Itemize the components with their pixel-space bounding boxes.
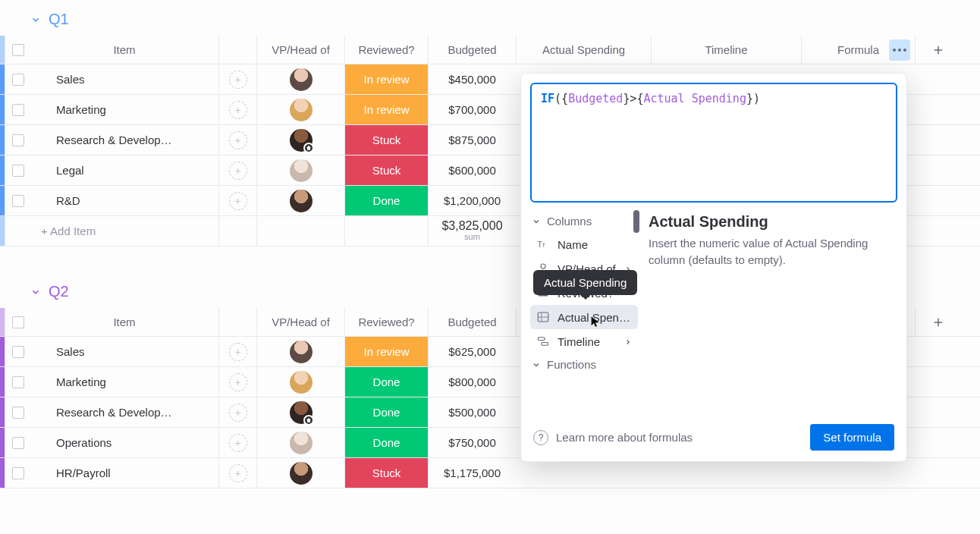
- formula-input[interactable]: IF({Budgeted}>{Actual Spending}): [530, 83, 897, 203]
- row-checkbox[interactable]: [5, 367, 30, 397]
- vp-cell[interactable]: [256, 428, 344, 457]
- svg-rect-5: [542, 343, 548, 346]
- add-column-button[interactable]: [915, 36, 960, 64]
- group-title: Q1: [49, 11, 69, 28]
- column-option-actual-spending[interactable]: Actual Spen…: [530, 305, 638, 329]
- status-cell[interactable]: Stuck: [344, 458, 428, 488]
- help-icon: ?: [533, 430, 548, 445]
- row-checkbox[interactable]: [5, 337, 30, 366]
- column-option-timeline[interactable]: Timeline: [530, 329, 638, 353]
- row-checkbox[interactable]: [5, 397, 30, 427]
- vp-cell[interactable]: [256, 95, 344, 124]
- budgeted-cell[interactable]: $450,000: [428, 64, 516, 94]
- columns-section-toggle[interactable]: Columns: [530, 210, 638, 232]
- add-update-button[interactable]: +: [218, 367, 256, 397]
- status-cell[interactable]: In review: [344, 95, 428, 124]
- status-cell[interactable]: Done: [344, 428, 428, 457]
- add-update-button[interactable]: +: [218, 337, 256, 366]
- chevron-down-icon: [532, 360, 541, 369]
- item-name-cell[interactable]: Operations: [30, 428, 218, 457]
- vp-cell[interactable]: [256, 125, 344, 155]
- scrollbar[interactable]: [633, 210, 639, 233]
- status-cell[interactable]: Done: [344, 367, 428, 397]
- vp-cell[interactable]: [256, 337, 344, 366]
- col-timeline[interactable]: Timeline: [651, 36, 801, 64]
- column-option-name[interactable]: TT Name: [530, 232, 638, 256]
- status-cell[interactable]: In review: [344, 64, 428, 94]
- svg-text:T: T: [542, 242, 546, 249]
- row-checkbox[interactable]: [5, 64, 30, 94]
- status-cell[interactable]: Done: [344, 186, 428, 215]
- row-checkbox[interactable]: [5, 155, 30, 185]
- budgeted-cell[interactable]: $500,000: [428, 397, 516, 427]
- item-name-cell[interactable]: Sales: [30, 64, 218, 94]
- col-budgeted[interactable]: Budgeted: [428, 308, 516, 336]
- add-update-button[interactable]: +: [218, 95, 256, 124]
- item-name-cell[interactable]: Research & Develop…: [30, 125, 218, 155]
- row-checkbox[interactable]: [5, 458, 30, 488]
- add-update-button[interactable]: +: [218, 155, 256, 185]
- status-cell[interactable]: Stuck: [344, 125, 428, 155]
- row-checkbox[interactable]: [5, 95, 30, 124]
- item-name-cell[interactable]: HR/Payroll: [30, 458, 218, 488]
- col-budgeted[interactable]: Budgeted: [428, 36, 516, 64]
- item-name-cell[interactable]: Marketing: [30, 367, 218, 397]
- row-checkbox[interactable]: [5, 186, 30, 215]
- budgeted-cell[interactable]: $800,000: [428, 367, 516, 397]
- add-update-button[interactable]: +: [218, 428, 256, 457]
- svg-rect-4: [538, 338, 545, 341]
- vp-cell[interactable]: [256, 155, 344, 185]
- add-update-button[interactable]: +: [218, 458, 256, 488]
- col-vp[interactable]: VP/Head of: [256, 308, 344, 336]
- vp-cell[interactable]: [256, 458, 344, 488]
- row-checkbox[interactable]: [5, 428, 30, 457]
- formula-editor-popup: IF({Budgeted}>{Actual Spending}) Columns…: [520, 73, 907, 462]
- add-update-button[interactable]: +: [218, 64, 256, 94]
- budgeted-cell[interactable]: $1,200,000: [428, 186, 516, 215]
- col-add-spacer: [218, 36, 256, 64]
- item-name-cell[interactable]: Marketing: [30, 95, 218, 124]
- budgeted-cell[interactable]: $875,000: [428, 125, 516, 155]
- add-update-button[interactable]: +: [218, 397, 256, 427]
- status-cell[interactable]: Stuck: [344, 155, 428, 185]
- svg-point-2: [541, 264, 545, 269]
- col-formula[interactable]: Formula: [801, 36, 915, 64]
- col-actual-spending[interactable]: Actual Spending: [516, 36, 651, 64]
- add-item-label: + Add Item: [41, 225, 96, 237]
- status-cell[interactable]: Done: [344, 397, 428, 427]
- status-cell[interactable]: In review: [344, 337, 428, 366]
- group-header-q1[interactable]: Q1: [0, 8, 980, 36]
- col-reviewed[interactable]: Reviewed?: [344, 36, 428, 64]
- item-name-cell[interactable]: Legal: [30, 155, 218, 185]
- avatar: [290, 159, 313, 182]
- select-all[interactable]: [5, 36, 30, 64]
- vp-cell[interactable]: [256, 367, 344, 397]
- vp-cell[interactable]: [256, 186, 344, 215]
- vp-cell[interactable]: [256, 64, 344, 94]
- functions-section-toggle[interactable]: Functions: [530, 353, 638, 375]
- item-name-cell[interactable]: Sales: [30, 337, 218, 366]
- add-update-button[interactable]: +: [218, 125, 256, 155]
- col-vp[interactable]: VP/Head of: [256, 36, 344, 64]
- add-column-button[interactable]: [915, 308, 960, 336]
- plus-icon: [931, 43, 945, 57]
- column-more-button[interactable]: [889, 39, 910, 61]
- budgeted-cell[interactable]: $750,000: [428, 428, 516, 457]
- avatar: [290, 401, 313, 424]
- add-update-button[interactable]: +: [218, 186, 256, 215]
- col-reviewed[interactable]: Reviewed?: [344, 308, 428, 336]
- budgeted-cell[interactable]: $700,000: [428, 95, 516, 124]
- help-title: Actual Spending: [649, 213, 897, 231]
- select-all[interactable]: [5, 308, 30, 336]
- col-item[interactable]: Item: [30, 308, 218, 336]
- budgeted-cell[interactable]: $1,175,000: [428, 458, 516, 488]
- item-name-cell[interactable]: R&D: [30, 186, 218, 215]
- set-formula-button[interactable]: Set formula: [810, 424, 894, 451]
- col-item[interactable]: Item: [30, 36, 218, 64]
- vp-cell[interactable]: [256, 397, 344, 427]
- budgeted-cell[interactable]: $625,000: [428, 337, 516, 366]
- learn-more-link[interactable]: ? Learn more about formulas: [533, 430, 693, 445]
- row-checkbox[interactable]: [5, 125, 30, 155]
- budgeted-cell[interactable]: $600,000: [428, 155, 516, 185]
- item-name-cell[interactable]: Research & Develop…: [30, 397, 218, 427]
